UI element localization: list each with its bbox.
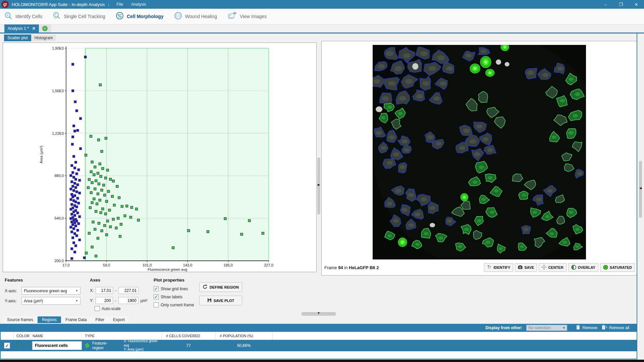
restore-button[interactable]: ❐ [613, 0, 629, 9]
x-min-input[interactable] [96, 287, 113, 294]
regions-table: Display from other: No selection ▼ Remov… [0, 324, 637, 359]
tab-regions[interactable]: Regions [38, 316, 61, 323]
trash-all-icon [601, 325, 607, 331]
saturated-cell [480, 56, 491, 68]
define-region-icon [203, 284, 208, 290]
identify-cells-icon [4, 11, 13, 21]
center-button[interactable]: CENTER [539, 263, 566, 272]
tab-close-icon[interactable]: ✕ [32, 26, 36, 31]
identify-icon [487, 265, 492, 270]
svg-text:185,0: 185,0 [223, 263, 233, 267]
menu-analysis[interactable]: Analysis [127, 0, 150, 9]
region-name-input[interactable] [32, 341, 82, 350]
toolbar-cell-morphology[interactable]: Cell Morphology [115, 11, 164, 21]
svg-text:200,0: 200,0 [54, 259, 64, 263]
show-labels-checkbox[interactable]: ✓ [154, 294, 159, 299]
auto-scale-checkbox[interactable] [95, 306, 100, 311]
tab-scatter-plot[interactable]: Scatter plot [4, 35, 31, 41]
document-tab-bar: Analysis 1 * ✕ + [0, 24, 644, 33]
y-axis-feature-select[interactable]: Area (µm²)▼ [21, 297, 80, 305]
axes-heading: Axes [90, 278, 100, 283]
svg-text:101,0: 101,0 [143, 263, 152, 267]
saturated-icon [603, 265, 608, 270]
camera-icon [518, 265, 523, 270]
collapse-right-icon[interactable]: ▶ [317, 183, 320, 186]
x-axis-feature-select[interactable]: Fluorescence green avg▼ [21, 287, 80, 295]
toolbar-label: Identify Cells [15, 14, 42, 19]
saturated-button[interactable]: SATURATED [600, 263, 635, 272]
remove-button[interactable]: Remove [576, 325, 597, 331]
display-from-other-label: Display from other: [485, 325, 522, 330]
region-row[interactable]: ✓ Feature-region X: Fluorescence green a… [1, 340, 637, 351]
holomonitor-logo-icon: φ [1, 1, 9, 8]
overlay-button[interactable]: OVERLAY [568, 263, 598, 272]
show-grid-lines-checkbox[interactable]: ✓ [154, 286, 159, 291]
define-region-button[interactable]: DEFINE REGION [199, 282, 242, 292]
region-visible-checkbox[interactable]: ✓ [4, 343, 10, 349]
tab-filter[interactable]: Filter [91, 316, 109, 323]
frame-bar: Frame 94 in HeLaGFP B6 2 IDENTIFY SAVE C… [324, 263, 635, 272]
svg-text:59,0: 59,0 [103, 263, 110, 267]
plus-icon: + [42, 26, 48, 31]
image-viewer-panel: Frame 94 in HeLaGFP B6 2 IDENTIFY SAVE C… [321, 41, 637, 276]
svg-text:880,0: 880,0 [54, 174, 64, 178]
tab-export[interactable]: Export [109, 316, 129, 323]
identify-button[interactable]: IDENTIFY [484, 263, 513, 272]
save-image-button[interactable]: SAVE [515, 263, 537, 272]
region-population: 50,66% [215, 343, 272, 348]
column-name: NAME [31, 332, 82, 340]
view-images-icon [227, 11, 237, 21]
region-type: Feature-region [92, 341, 117, 350]
collapse-down-icon[interactable]: ▼ [301, 311, 336, 315]
svg-text:17,0: 17,0 [62, 263, 69, 267]
add-analysis-tab[interactable]: + [39, 24, 51, 33]
remove-all-button[interactable]: Remove all [601, 325, 629, 331]
y-axis-label: Y-axis: [5, 299, 19, 303]
collapse-left-icon[interactable]: ◀ [639, 186, 642, 190]
minimize-button[interactable]: – [598, 0, 613, 9]
auto-scale-label: Auto-scale [102, 306, 121, 311]
y-max-input[interactable] [118, 297, 139, 304]
svg-text:540,0: 540,0 [54, 216, 64, 220]
svg-text:227,0: 227,0 [264, 263, 273, 267]
app-toolbar: Identify Cells Single Cell Tracking Cell… [0, 9, 644, 24]
only-current-frame-checkbox[interactable] [154, 302, 159, 307]
scatter-points-outside [70, 56, 87, 260]
svg-text:1,90E3: 1,90E3 [52, 46, 64, 50]
frame-label: Frame 94 in HeLaGFP B6 2 [324, 265, 379, 270]
region-cells-covered: 77 [162, 343, 215, 348]
scatter-plot-panel: 200,0540,0880,01,22E31,56E31,90E317,059,… [3, 43, 317, 272]
region-axes-info: X: Fluorescence green avg Y: Area (µm²) [124, 339, 162, 352]
y-unit-label: µm² [141, 298, 148, 303]
window-title: HOLOMONITOR® App Suite - In-depth Analys… [12, 2, 105, 7]
toolbar-view-images[interactable]: View Images [227, 11, 267, 21]
overlay-icon [571, 265, 576, 270]
chevron-down-icon: ▼ [75, 299, 78, 302]
region-color-swatch[interactable] [16, 343, 17, 348]
save-plot-button[interactable]: SAVE PLOT [199, 296, 242, 305]
toolbar-single-cell-tracking[interactable]: Single Cell Tracking [52, 11, 105, 21]
tab-histogram[interactable]: Histogram [31, 35, 56, 41]
tab-analysis-1[interactable]: Analysis 1 * ✕ [4, 24, 39, 33]
column-population: # POPULATION (%) [216, 332, 273, 340]
menu-file[interactable]: File [113, 0, 127, 9]
y-min-input[interactable] [96, 297, 113, 304]
display-from-other-select[interactable]: No selection ▼ [526, 325, 567, 331]
save-icon [207, 298, 212, 303]
tab-frame-data[interactable]: Frame Data [61, 316, 91, 323]
saturated-cell [461, 193, 468, 201]
x-max-input[interactable] [118, 287, 139, 294]
app-window: φ HOLOMONITOR® App Suite - In-depth Anal… [0, 0, 644, 362]
saturated-cell [398, 238, 407, 247]
close-button[interactable]: ✕ [629, 0, 644, 9]
toolbar-label: Single Cell Tracking [64, 14, 105, 19]
tab-source-frames[interactable]: Source frames [3, 316, 38, 323]
toolbar-identify-cells[interactable]: Identify Cells [4, 11, 42, 21]
feature-region-icon [85, 342, 90, 349]
microscopy-image[interactable] [373, 45, 586, 259]
bright-debris [376, 106, 382, 112]
bottom-strip [0, 360, 644, 362]
toolbar-wound-healing[interactable]: Wound Healing [174, 11, 217, 21]
scatter-plot-canvas[interactable]: 200,0540,0880,01,22E31,56E31,90E317,059,… [3, 43, 316, 272]
svg-text:1,22E3: 1,22E3 [52, 131, 64, 135]
